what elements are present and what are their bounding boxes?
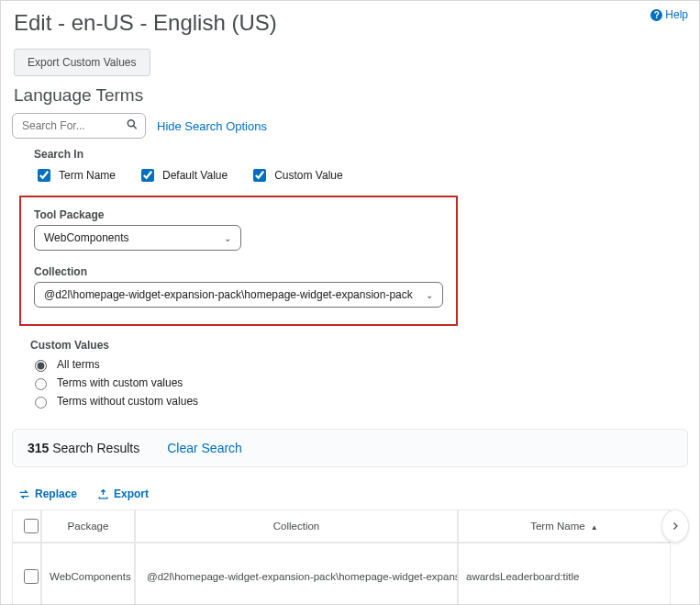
tool-package-label: Tool Package (34, 208, 443, 221)
replace-button[interactable]: Replace (18, 487, 77, 500)
clear-search-link[interactable]: Clear Search (167, 441, 242, 455)
replace-label: Replace (35, 487, 77, 500)
custom-values-label: Custom Values (30, 339, 699, 352)
chevron-down-icon: ⌄ (224, 233, 231, 243)
radio-with-custom-input[interactable] (35, 378, 47, 390)
checkbox-term-name[interactable]: Term Name (34, 166, 116, 185)
scroll-right-button[interactable] (661, 510, 689, 543)
tool-package-select[interactable]: WebComponents ⌄ (34, 225, 241, 251)
table-header-row: Package Collection Term Name ▲ (12, 510, 671, 543)
filters-highlight-box: Tool Package WebComponents ⌄ Collection … (19, 196, 458, 326)
export-custom-values-button[interactable]: Export Custom Values (14, 49, 150, 76)
export-button[interactable]: Export (97, 487, 149, 500)
radio-all-terms-label: All terms (57, 358, 100, 371)
chevron-right-icon (670, 521, 681, 532)
radio-with-custom-label: Terms with custom values (57, 376, 183, 389)
checkbox-term-name-input[interactable] (38, 169, 50, 182)
checkbox-term-name-label: Term Name (59, 169, 116, 182)
row-checkbox[interactable] (24, 569, 39, 584)
cell-package: WebComponents (41, 543, 135, 605)
cell-term-name: awardsLeaderboard:title (458, 543, 671, 605)
checkbox-custom-value[interactable]: Custom Value (250, 166, 342, 185)
cell-collection: @d2l\homepage-widget-expansion-pack\home… (135, 543, 458, 605)
section-title: Language Terms (14, 85, 686, 106)
chevron-down-icon: ⌄ (426, 290, 433, 300)
radio-with-custom[interactable]: Terms with custom values (30, 375, 699, 390)
page-title: Edit - en-US - English (US) (14, 10, 686, 36)
collection-label: Collection (34, 265, 443, 278)
header-package[interactable]: Package (41, 510, 135, 543)
results-table: Package Collection Term Name ▲ WebCompon… (12, 510, 671, 605)
select-all-checkbox[interactable] (24, 519, 39, 533)
search-in-label: Search In (34, 148, 699, 161)
checkbox-default-value[interactable]: Default Value (138, 166, 228, 185)
checkbox-default-value-input[interactable] (141, 169, 154, 182)
checkbox-custom-value-input[interactable] (253, 169, 266, 182)
svg-line-1 (133, 126, 136, 129)
radio-all-terms-input[interactable] (35, 360, 47, 372)
results-bar: 315 Search Results Clear Search (12, 429, 688, 467)
svg-point-0 (128, 120, 134, 127)
help-icon: ? (650, 9, 662, 21)
radio-without-custom-label: Terms without custom values (57, 395, 198, 408)
export-label: Export (114, 487, 149, 500)
radio-without-custom[interactable]: Terms without custom values (30, 394, 699, 409)
export-icon (97, 488, 109, 500)
search-icon[interactable] (126, 118, 139, 134)
results-count: 315 (28, 441, 49, 455)
table-row: WebComponents @d2l\homepage-widget-expan… (12, 543, 671, 605)
collection-value: @d2l\homepage-widget-expansion-pack\home… (44, 288, 413, 301)
checkbox-custom-value-label: Custom Value (274, 169, 342, 182)
help-label: Help (665, 8, 688, 21)
header-collection[interactable]: Collection (135, 510, 458, 543)
checkbox-default-value-label: Default Value (162, 169, 228, 182)
header-term-name[interactable]: Term Name ▲ (458, 510, 671, 543)
results-suffix: Search Results (49, 441, 139, 455)
radio-without-custom-input[interactable] (35, 397, 47, 409)
hide-search-options-link[interactable]: Hide Search Options (157, 119, 267, 133)
help-link[interactable]: ? Help (650, 8, 688, 21)
replace-icon (18, 488, 30, 500)
radio-all-terms[interactable]: All terms (30, 357, 699, 372)
results-count-text: 315 Search Results (28, 441, 139, 455)
collection-select[interactable]: @d2l\homepage-widget-expansion-pack\home… (34, 282, 443, 308)
sort-asc-icon: ▲ (591, 523, 598, 532)
header-term-name-label: Term Name (530, 521, 584, 532)
tool-package-value: WebComponents (44, 231, 129, 244)
